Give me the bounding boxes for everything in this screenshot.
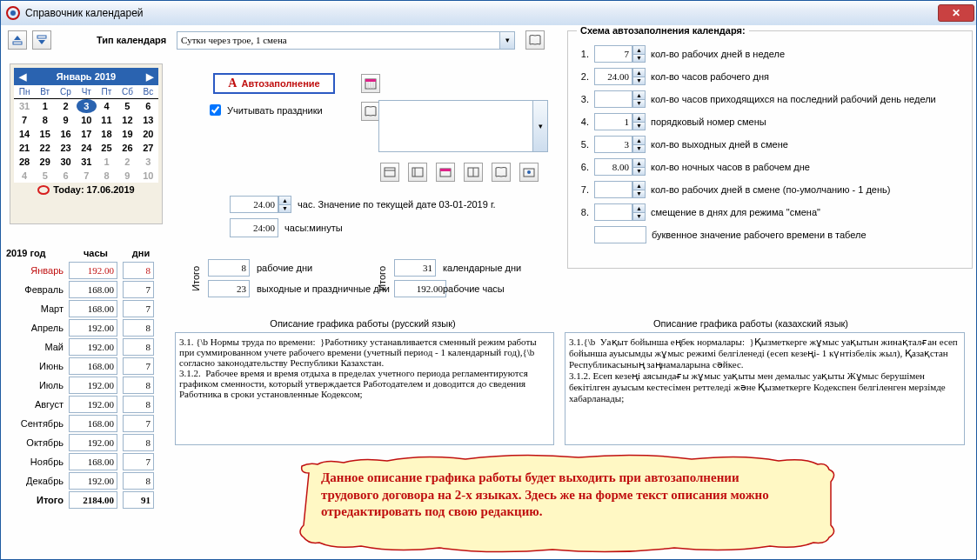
scheme-up-4[interactable]: ▲ [632,113,646,122]
scheme-input-7[interactable] [594,181,632,198]
cal-day[interactable]: 19 [117,127,138,141]
month-days-input[interactable] [123,357,154,375]
cal-day[interactable]: 31 [77,155,97,169]
cal-day[interactable]: 11 [97,113,117,127]
cal-day[interactable]: 25 [97,141,117,155]
holidays-checkbox[interactable] [210,104,221,116]
scheme-input-1[interactable] [594,45,632,63]
book-icon-button[interactable] [361,102,380,121]
misc-icon-4[interactable] [464,163,483,182]
work-days-input[interactable] [208,259,250,277]
hours-input[interactable] [230,196,278,213]
schedule-icon-button[interactable] [361,74,380,93]
scheme-up-1[interactable]: ▲ [632,45,646,54]
scheme-input-3[interactable] [594,90,632,108]
desc-ru-textarea[interactable] [175,332,554,445]
scheme-up-2[interactable]: ▲ [632,68,646,77]
month-days-input[interactable] [123,281,154,298]
scheme-down-2[interactable]: ▼ [632,77,646,85]
cal-day[interactable]: 12 [117,113,138,127]
cal-prev[interactable]: ◀ [16,71,30,83]
month-hours-input[interactable] [69,262,117,279]
month-days-input[interactable] [123,300,154,317]
hours-up[interactable]: ▲ [278,196,291,204]
month-days-input[interactable] [123,415,154,432]
big-combo-input[interactable] [379,101,532,150]
cal-day[interactable]: 16 [55,127,76,141]
month-hours-input[interactable] [69,357,117,375]
misc-icon-5[interactable] [492,163,511,182]
cal-day[interactable]: 8 [97,169,117,183]
cal-day[interactable]: 6 [138,99,158,114]
cal-day[interactable]: 7 [77,169,97,183]
scheme-up-6[interactable]: ▲ [632,158,646,167]
scheme-input-8[interactable] [594,203,632,221]
scheme-input-2[interactable] [594,68,632,85]
cal-day[interactable]: 5 [35,169,55,183]
month-hours-input[interactable] [69,300,117,317]
misc-icon-2[interactable] [408,163,427,182]
scheme-down-6[interactable]: ▼ [632,167,646,176]
month-days-input[interactable] [123,338,154,356]
cal-day[interactable]: 21 [14,141,35,155]
cal-day[interactable]: 18 [97,127,117,141]
cal-day[interactable]: 1 [35,99,55,114]
scheme-up-3[interactable]: ▲ [632,90,646,99]
calendar-type-input[interactable] [177,32,499,49]
month-hours-input[interactable] [69,434,117,451]
letter-value-input[interactable] [594,226,646,243]
scheme-input-5[interactable] [594,136,632,153]
month-hours-input[interactable] [69,338,117,356]
cal-day[interactable]: 9 [55,113,76,127]
cal-day[interactable]: 30 [55,155,76,169]
scheme-input-4[interactable] [594,113,632,130]
cal-day[interactable]: 15 [35,127,55,141]
misc-icon-3[interactable] [436,163,455,182]
misc-icon-6[interactable] [519,163,539,182]
month-hours-input[interactable] [69,415,117,432]
cal-day[interactable]: 22 [35,141,55,155]
move-down-button[interactable] [32,30,51,50]
desc-kz-textarea[interactable] [565,332,965,445]
cal-day[interactable]: 10 [77,113,97,127]
cal-day[interactable]: 1 [97,155,117,169]
month-hours-input[interactable] [69,396,117,413]
today-row[interactable]: Today: 17.06.2019 [14,184,158,195]
cal-day[interactable]: 4 [97,99,117,114]
month-hours-input[interactable] [69,377,117,394]
scheme-down-1[interactable]: ▼ [632,54,646,63]
cal-day[interactable]: 2 [55,99,76,114]
big-combo-dropdown[interactable]: ▾ [532,101,547,151]
month-hours-input[interactable] [69,472,117,490]
scheme-down-5[interactable]: ▼ [632,144,646,153]
cal-day[interactable]: 24 [77,141,97,155]
scheme-input-6[interactable] [594,158,632,176]
cal-day[interactable]: 6 [55,169,76,183]
calendar-type-dropdown[interactable]: ▾ [499,32,514,49]
scheme-up-7[interactable]: ▲ [632,181,646,190]
month-days-input[interactable] [123,396,154,413]
cal-day[interactable]: 31 [14,99,35,114]
scheme-up-8[interactable]: ▲ [632,203,646,212]
cal-day[interactable]: 28 [14,155,35,169]
scheme-down-8[interactable]: ▼ [632,212,646,221]
work-h-input[interactable] [394,280,446,297]
cal-day[interactable]: 3 [77,99,97,114]
scheme-down-7[interactable]: ▼ [632,190,646,198]
cal-day[interactable]: 23 [55,141,76,155]
cal-day[interactable]: 26 [117,141,138,155]
cal-day[interactable]: 5 [117,99,138,114]
scheme-down-4[interactable]: ▼ [632,122,646,130]
month-days-input[interactable] [123,262,154,279]
cal-day[interactable]: 20 [138,127,158,141]
hours-down[interactable]: ▼ [278,204,291,213]
cal-day[interactable]: 9 [117,169,138,183]
cal-day[interactable]: 3 [138,155,158,169]
cal-day[interactable]: 7 [14,113,35,127]
cal-day[interactable]: 17 [77,127,97,141]
move-up-button[interactable] [8,30,27,50]
wk-days-input[interactable] [208,280,250,297]
autofill-button[interactable]: A Автозаполнение [213,73,335,94]
cal-next[interactable]: ▶ [143,71,157,83]
month-days-input[interactable] [123,453,154,470]
